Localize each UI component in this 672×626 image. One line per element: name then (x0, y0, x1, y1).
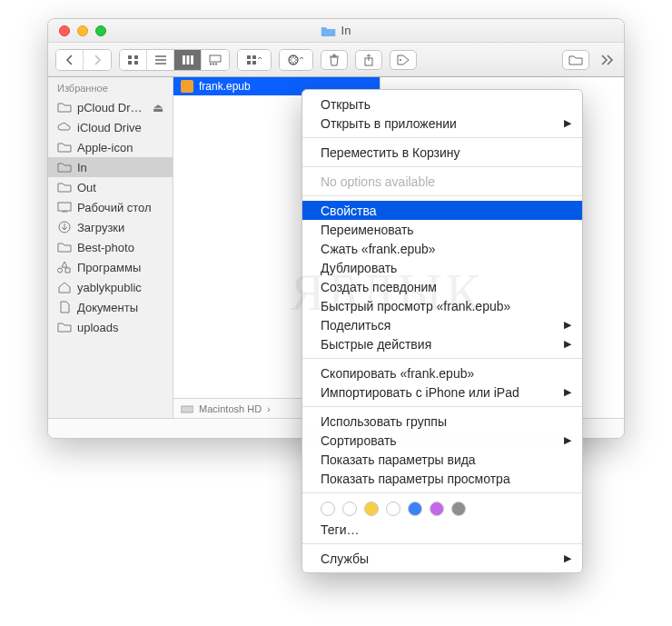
sidebar-item-8[interactable]: Программы (48, 257, 173, 277)
svg-rect-12 (252, 55, 256, 59)
svg-rect-8 (210, 63, 212, 65)
gallery-view-button[interactable] (202, 50, 229, 70)
sidebar-item-label: Документы (77, 301, 138, 314)
menu-item[interactable]: Открыть (302, 94, 582, 114)
list-view-button[interactable] (147, 50, 174, 70)
menu-separator (302, 195, 582, 196)
view-mode-buttons (119, 49, 230, 71)
cloud-icon (57, 120, 72, 134)
svg-rect-5 (186, 55, 189, 65)
sidebar-item-label: Best-photo (77, 241, 134, 254)
menu-item[interactable]: Импортировать с iPhone или iPad▶ (302, 383, 582, 402)
tag-dot[interactable] (386, 502, 400, 516)
svg-rect-4 (183, 55, 185, 65)
tag-dot[interactable] (430, 502, 444, 516)
menu-item[interactable]: Показать параметры вида (302, 450, 582, 469)
sidebar-item-6[interactable]: Загрузки (48, 217, 173, 237)
svg-rect-20 (181, 406, 193, 412)
menu-item[interactable]: Переместить в Корзину (302, 143, 582, 162)
folder-icon (57, 320, 72, 334)
folder-icon (57, 180, 72, 194)
sidebar-item-label: In (77, 161, 87, 174)
folder-icon (57, 100, 72, 114)
sidebar-item-1[interactable]: iCloud Drive (48, 117, 173, 137)
sidebar-item-10[interactable]: Документы (48, 297, 173, 317)
menu-item[interactable]: Переименовать (302, 220, 582, 239)
minimize-button[interactable] (77, 25, 88, 36)
sidebar-item-11[interactable]: uploads (48, 317, 173, 337)
folder-icon (57, 160, 72, 174)
sidebar-item-9[interactable]: yablykpublic (48, 277, 173, 297)
folder-icon (321, 25, 336, 36)
trash-button[interactable] (321, 50, 348, 70)
eject-icon[interactable]: ⏏ (153, 101, 163, 114)
sidebar-item-4[interactable]: Out (48, 177, 173, 197)
svg-rect-13 (247, 61, 251, 65)
sidebar-item-0[interactable]: pCloud Dr…⏏ (48, 97, 173, 117)
tag-dot[interactable] (451, 502, 466, 516)
menu-item[interactable]: Создать псевдоним (302, 277, 582, 296)
svg-rect-7 (210, 55, 221, 62)
menu-item-tags[interactable]: Теги… (302, 520, 582, 539)
file-name: frank.epub (199, 80, 251, 93)
new-folder-button[interactable] (562, 50, 589, 70)
menu-item-services[interactable]: Службы▶ (302, 549, 582, 568)
sidebar-item-label: pCloud Dr… (77, 101, 143, 114)
disk-icon (181, 404, 193, 413)
menu-item[interactable]: Открыть в приложении▶ (302, 114, 582, 133)
tag-dot[interactable] (321, 502, 335, 516)
svg-rect-9 (212, 63, 214, 65)
menu-separator (302, 406, 582, 407)
menu-item[interactable]: Свойства (302, 201, 582, 220)
arrange-button[interactable] (238, 50, 271, 70)
sidebar-item-label: yablykpublic (77, 281, 142, 294)
arrange-button-group (237, 49, 272, 71)
action-button-group (279, 49, 313, 71)
menu-separator (302, 358, 582, 359)
folder-icon (57, 140, 72, 154)
column-view-button[interactable] (174, 50, 202, 70)
sidebar-item-2[interactable]: Apple-icon (48, 137, 173, 157)
menu-item[interactable]: Скопировать «frank.epub» (302, 363, 582, 383)
svg-rect-11 (247, 55, 251, 59)
svg-rect-6 (191, 55, 193, 65)
sidebar-item-label: Загрузки (77, 221, 124, 234)
menu-item[interactable]: Дублировать (302, 258, 582, 277)
icon-view-button[interactable] (120, 50, 147, 70)
tag-button[interactable] (390, 50, 417, 70)
menu-item[interactable]: Сжать «frank.epub» (302, 239, 582, 258)
sidebar-item-label: Рабочий стол (77, 201, 152, 214)
sidebar-item-3[interactable]: In (48, 157, 173, 177)
forward-button[interactable] (84, 50, 111, 70)
toolbar (48, 43, 624, 77)
close-button[interactable] (59, 25, 70, 36)
sidebar-item-label: iCloud Drive (77, 121, 142, 134)
share-button[interactable] (355, 50, 382, 70)
folder-icon (57, 240, 72, 254)
zoom-button[interactable] (95, 25, 106, 36)
back-button[interactable] (56, 50, 84, 70)
menu-item[interactable]: Показать параметры просмотра (302, 469, 582, 488)
sidebar-item-label: uploads (77, 321, 119, 334)
tag-dot[interactable] (408, 502, 422, 516)
sidebar: Избранное pCloud Dr…⏏iCloud DriveApple-i… (48, 77, 173, 418)
window-title: In (341, 24, 351, 37)
context-menu: ОткрытьОткрыть в приложении▶Переместить … (301, 89, 583, 573)
menu-item: No options available (302, 172, 582, 191)
menu-item[interactable]: Быстрые действия▶ (302, 334, 582, 353)
overflow-button[interactable] (597, 50, 617, 70)
svg-rect-1 (134, 55, 138, 59)
svg-rect-2 (128, 61, 132, 65)
sidebar-item-7[interactable]: Best-photo (48, 237, 173, 257)
menu-item[interactable]: Использовать группы (302, 412, 582, 431)
tag-dot[interactable] (364, 502, 379, 516)
menu-item[interactable]: Поделиться▶ (302, 315, 582, 334)
tag-dot[interactable] (342, 502, 357, 516)
menu-separator (302, 492, 582, 493)
sidebar-item-5[interactable]: Рабочий стол (48, 197, 173, 217)
action-button[interactable] (280, 50, 312, 70)
menu-item[interactable]: Сортировать▶ (302, 431, 582, 450)
menu-item[interactable]: Быстрый просмотр «frank.epub» (302, 296, 582, 315)
svg-rect-18 (58, 203, 71, 211)
tag-row (302, 498, 582, 520)
